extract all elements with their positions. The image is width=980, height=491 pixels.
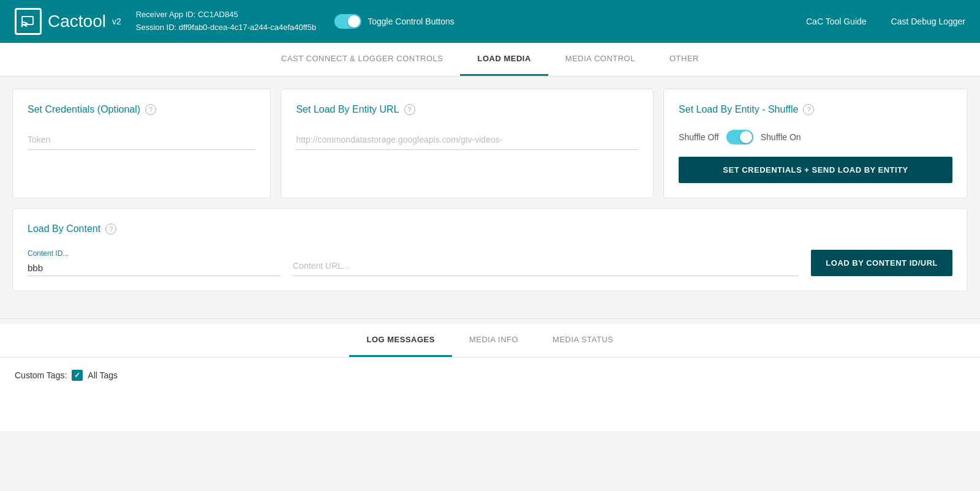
load-content-help-icon[interactable]: ?: [105, 223, 116, 234]
session-info: Receiver App ID: CC1AD845 Session ID: df…: [136, 9, 316, 34]
entity-url-card-title: Set Load By Entity URL ?: [296, 104, 638, 115]
cast-icon: [15, 8, 42, 35]
tab-cast-connect[interactable]: CAST CONNECT & LOGGER CONTROLS: [264, 43, 460, 76]
main-content: Set Credentials (Optional) ? Set Load By…: [0, 77, 980, 313]
credentials-card-title: Set Credentials (Optional) ?: [28, 104, 255, 115]
bottom-tabs: LOG MESSAGES MEDIA INFO MEDIA STATUS: [0, 324, 980, 358]
tab-media-info[interactable]: MEDIA INFO: [452, 324, 535, 357]
load-content-title: Load By Content ?: [28, 223, 952, 234]
receiver-app-id-value: CC1AD845: [198, 10, 238, 19]
content-id-label: Content ID...: [28, 249, 281, 258]
content-url-input[interactable]: [293, 256, 799, 276]
custom-tags-row: Custom Tags: All Tags: [15, 370, 965, 381]
logo: Cactool v2: [15, 8, 121, 35]
cards-row: Set Credentials (Optional) ? Set Load By…: [12, 89, 968, 198]
app-header: Cactool v2 Receiver App ID: CC1AD845 Ses…: [0, 0, 980, 43]
content-id-group: Content ID... bbb: [28, 249, 281, 276]
content-url-group: [293, 256, 799, 276]
shuffle-help-icon[interactable]: ?: [803, 104, 814, 115]
logo-text: Cactool: [48, 12, 106, 31]
token-input[interactable]: [28, 130, 255, 150]
log-section: Custom Tags: All Tags: [0, 358, 980, 431]
session-id-value: dff9fab0-dcea-4c17-a244-ca4efa40ff5b: [179, 23, 316, 32]
tab-load-media[interactable]: LOAD MEDIA: [460, 43, 548, 76]
credentials-help-icon[interactable]: ?: [145, 104, 156, 115]
session-id-label: Session ID:: [136, 23, 176, 32]
cac-tool-guide-link[interactable]: CaC Tool Guide: [806, 17, 867, 26]
set-credentials-send-load-button[interactable]: SET CREDENTIALS + SEND LOAD BY ENTITY: [679, 157, 952, 183]
header-nav: CaC Tool Guide Cast Debug Logger: [806, 17, 965, 26]
svg-point-1: [21, 25, 23, 27]
shuffle-on-label: Shuffle On: [761, 132, 801, 142]
load-content-card: Load By Content ? Content ID... bbb LOAD…: [12, 208, 968, 291]
custom-tags-label: Custom Tags:: [15, 370, 67, 380]
entity-url-card: Set Load By Entity URL ?: [281, 89, 654, 198]
load-by-content-button[interactable]: LOAD BY CONTENT ID/URL: [811, 250, 952, 276]
shuffle-off-label: Shuffle Off: [679, 132, 719, 142]
tab-media-control[interactable]: MEDIA CONTROL: [548, 43, 652, 76]
cast-debug-logger-link[interactable]: Cast Debug Logger: [891, 17, 965, 26]
tab-other[interactable]: OTHER: [652, 43, 716, 76]
receiver-app-id-label: Receiver App ID:: [136, 10, 196, 19]
entity-url-input[interactable]: [296, 130, 638, 150]
tab-log-messages[interactable]: LOG MESSAGES: [349, 324, 451, 357]
toggle-control[interactable]: Toggle Control Buttons: [334, 14, 454, 29]
toggle-switch[interactable]: [334, 14, 361, 29]
tab-media-status[interactable]: MEDIA STATUS: [535, 324, 630, 357]
credentials-card: Set Credentials (Optional) ?: [12, 89, 271, 198]
entity-url-help-icon[interactable]: ?: [404, 104, 415, 115]
shuffle-card: Set Load By Entity - Shuffle ? Shuffle O…: [663, 89, 968, 198]
logo-version: v2: [112, 17, 121, 26]
shuffle-toggle-row: Shuffle Off Shuffle On: [679, 130, 952, 144]
all-tags-label: All Tags: [88, 370, 118, 380]
toggle-label: Toggle Control Buttons: [368, 17, 454, 26]
main-tabs: CAST CONNECT & LOGGER CONTROLS LOAD MEDI…: [0, 43, 980, 77]
load-content-inputs: Content ID... bbb LOAD BY CONTENT ID/URL: [28, 249, 952, 276]
content-id-value[interactable]: bbb: [28, 260, 281, 276]
all-tags-checkbox[interactable]: [72, 370, 83, 381]
section-divider: [0, 318, 980, 319]
shuffle-card-title: Set Load By Entity - Shuffle ?: [679, 104, 952, 115]
shuffle-toggle[interactable]: [726, 130, 753, 144]
